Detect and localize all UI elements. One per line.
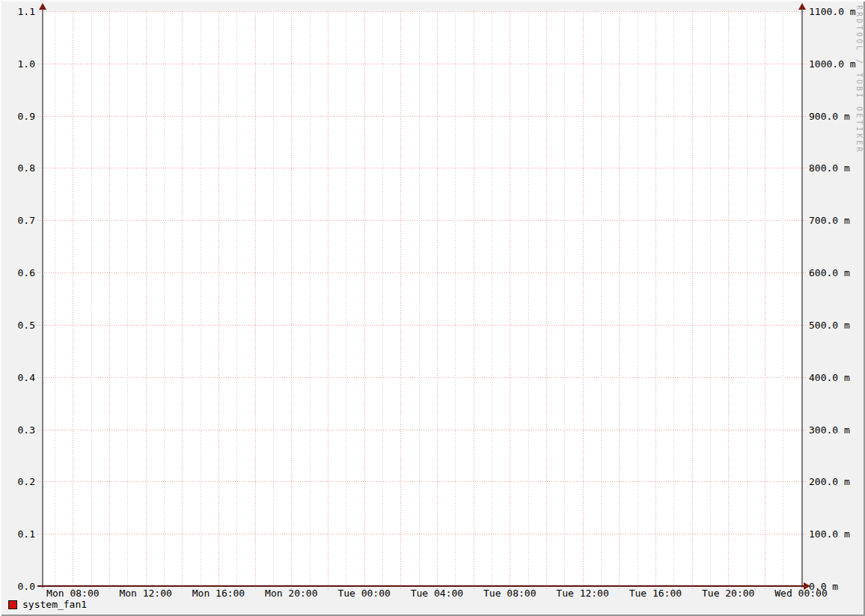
- x-minor-gridline: [91, 11, 92, 586]
- x-tick-label: Tue 20:00: [702, 588, 754, 598]
- x-major-gridline: [291, 11, 292, 589]
- x-major-gridline: [655, 11, 656, 589]
- x-minor-gridline: [564, 11, 565, 586]
- x-tick-label: Tue 16:00: [629, 588, 682, 598]
- legend-series-label: system_fan1: [22, 600, 87, 610]
- x-minor-gridline: [310, 11, 311, 586]
- x-minor-gridline: [455, 11, 456, 586]
- x-tick-label: Mon 08:00: [46, 588, 99, 598]
- left-y-tick-label: 0.9: [0, 112, 35, 121]
- x-minor-gridline: [164, 11, 165, 586]
- x-major-gridline: [328, 11, 328, 589]
- x-major-gridline: [546, 11, 547, 589]
- x-major-gridline: [692, 11, 693, 589]
- right-y-tick-label: 800.0 m: [809, 163, 850, 173]
- x-minor-gridline: [783, 11, 783, 586]
- x-minor-gridline: [273, 11, 274, 586]
- x-tick-label: Tue 04:00: [411, 588, 463, 598]
- left-y-tick-label: 0.8: [0, 163, 35, 173]
- x-major-gridline: [182, 11, 183, 589]
- x-minor-gridline: [673, 11, 674, 586]
- left-y-tick-label: 0.0: [0, 582, 35, 591]
- x-minor-gridline: [55, 11, 55, 586]
- x-minor-gridline: [601, 11, 602, 586]
- right-y-tick-label: 1000.0 m: [809, 59, 856, 69]
- x-major-gridline: [437, 11, 438, 589]
- right-y-tick-label: 400.0 m: [809, 373, 850, 382]
- x-minor-gridline: [528, 11, 529, 586]
- right-y-tick-label: 500.0 m: [809, 320, 850, 330]
- x-minor-gridline: [201, 11, 201, 586]
- left-y-tick-label: 0.1: [0, 529, 35, 539]
- right-y-tick-label: 200.0 m: [809, 477, 850, 487]
- left-y-tick-label: 0.4: [0, 373, 35, 382]
- x-major-gridline: [109, 11, 110, 589]
- plot-area: [43, 11, 802, 586]
- x-tick-label: Tue 00:00: [337, 588, 390, 598]
- x-major-gridline: [364, 11, 365, 589]
- x-major-gridline: [474, 11, 474, 589]
- x-tick-label: Tue 12:00: [556, 588, 608, 598]
- right-y-tick-label: 700.0 m: [809, 216, 850, 225]
- x-major-gridline: [218, 11, 219, 589]
- right-axis-arrow-icon: [798, 3, 806, 10]
- x-minor-gridline: [419, 11, 420, 586]
- right-y-tick-label: 900.0 m: [809, 112, 850, 121]
- x-minor-gridline: [747, 11, 748, 586]
- x-minor-gridline: [382, 11, 383, 586]
- rrdtool-graph: 0.00.0 m0.1100.0 m0.2200.0 m0.3300.0 m0.…: [0, 0, 865, 616]
- left-y-tick-label: 0.7: [0, 216, 35, 225]
- x-axis-line: [37, 585, 804, 587]
- x-tick-label: Mon 16:00: [192, 588, 245, 598]
- x-major-gridline: [255, 11, 256, 589]
- left-y-tick-label: 0.5: [0, 320, 35, 330]
- right-y-tick-label: 300.0 m: [809, 425, 850, 435]
- x-tick-label: Tue 08:00: [483, 588, 536, 598]
- x-minor-gridline: [236, 11, 237, 586]
- right-y-tick-label: 1100.0 m: [809, 7, 856, 16]
- x-major-gridline: [73, 11, 73, 589]
- x-major-gridline: [765, 11, 765, 589]
- x-tick-label: Mon 12:00: [119, 588, 171, 598]
- x-minor-gridline: [710, 11, 711, 586]
- x-major-gridline: [583, 11, 584, 589]
- x-major-gridline: [400, 11, 401, 589]
- legend-color-swatch: [8, 600, 17, 609]
- left-y-tick-label: 1.1: [0, 7, 35, 16]
- left-y-axis-line: [42, 7, 43, 588]
- x-tick-label: Wed 00:00: [774, 588, 827, 598]
- x-minor-gridline: [346, 11, 346, 586]
- x-major-gridline: [619, 11, 620, 589]
- x-major-gridline: [146, 11, 147, 589]
- x-tick-label: Mon 20:00: [265, 588, 317, 598]
- left-y-tick-label: 1.0: [0, 59, 35, 69]
- left-y-tick-label: 0.6: [0, 268, 35, 278]
- left-y-tick-label: 0.2: [0, 477, 35, 487]
- right-y-tick-label: 100.0 m: [809, 529, 850, 539]
- x-minor-gridline: [492, 11, 492, 586]
- right-y-axis-line: [801, 7, 803, 588]
- left-axis-arrow-icon: [39, 3, 46, 10]
- x-minor-gridline: [127, 11, 128, 586]
- x-major-gridline: [728, 11, 729, 589]
- x-minor-gridline: [638, 11, 638, 586]
- rrdtool-watermark: RRDTOOL / TOBI OETIKER: [855, 5, 863, 153]
- right-y-tick-label: 600.0 m: [809, 268, 850, 278]
- left-y-tick-label: 0.3: [0, 425, 35, 435]
- x-major-gridline: [510, 11, 510, 589]
